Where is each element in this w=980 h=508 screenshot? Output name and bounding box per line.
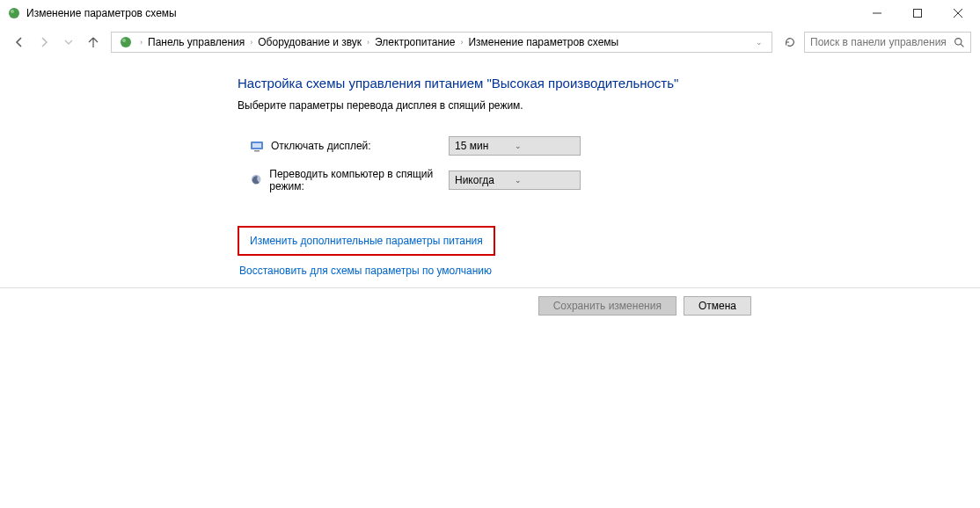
minimize-button[interactable] <box>857 0 897 26</box>
chevron-down-icon: ⌄ <box>515 142 574 150</box>
cancel-button[interactable]: Отмена <box>684 296 751 316</box>
chevron-right-icon: › <box>457 38 466 47</box>
setting-row: Отключать дисплей: 15 мин ⌄ <box>238 136 980 156</box>
display-off-icon <box>250 139 264 153</box>
svg-point-8 <box>955 38 962 44</box>
svg-rect-3 <box>914 10 922 18</box>
breadcrumb-item[interactable]: Электропитание <box>373 36 457 48</box>
save-button: Сохранить изменения <box>538 296 676 316</box>
search-icon[interactable] <box>954 37 965 48</box>
dropdown-value: Никогда <box>455 174 515 186</box>
display-timeout-dropdown[interactable]: 15 мин ⌄ <box>449 136 581 156</box>
back-button[interactable] <box>9 32 30 53</box>
app-icon <box>7 6 21 20</box>
svg-point-6 <box>121 37 131 47</box>
setting-label: Отключать дисплей: <box>271 140 371 152</box>
maximize-button[interactable] <box>897 0 938 26</box>
chevron-right-icon: › <box>363 38 373 47</box>
svg-point-7 <box>122 39 126 42</box>
page-heading: Настройка схемы управления питанием "Выс… <box>238 76 980 91</box>
svg-rect-12 <box>254 150 260 152</box>
window-title: Изменение параметров схемы <box>26 7 857 19</box>
svg-rect-11 <box>252 143 261 148</box>
dropdown-value: 15 мин <box>455 140 515 152</box>
refresh-button[interactable] <box>779 32 801 53</box>
address-bar[interactable]: › Панель управления › Оборудование и зву… <box>111 32 772 53</box>
setting-row: Переводить компьютер в спящий режим: Ник… <box>238 168 980 192</box>
recent-dropdown-icon[interactable] <box>58 32 79 53</box>
breadcrumb-item[interactable]: Оборудование и звук <box>256 36 363 48</box>
search-box[interactable] <box>804 32 971 53</box>
location-icon <box>119 35 133 49</box>
nav-bar: › Панель управления › Оборудование и зву… <box>0 26 980 58</box>
up-button[interactable] <box>83 32 104 53</box>
chevron-down-icon: ⌄ <box>515 176 574 185</box>
page-subheading: Выберите параметры перевода дисплея в сп… <box>238 99 980 112</box>
setting-label: Переводить компьютер в спящий режим: <box>269 168 449 192</box>
chevron-right-icon: › <box>136 38 146 47</box>
footer: Сохранить изменения Отмена <box>0 288 980 323</box>
highlighted-box: Изменить дополнительные параметры питани… <box>238 226 495 256</box>
chevron-right-icon: › <box>246 38 256 47</box>
svg-line-9 <box>961 44 963 47</box>
breadcrumb-item[interactable]: Панель управления <box>146 36 246 48</box>
title-bar: Изменение параметров схемы <box>0 0 980 26</box>
search-input[interactable] <box>810 36 954 48</box>
content-area: Настройка схемы управления питанием "Выс… <box>0 58 980 277</box>
breadcrumb-item[interactable]: Изменение параметров схемы <box>466 36 620 48</box>
sleep-timeout-dropdown[interactable]: Никогда ⌄ <box>449 171 581 190</box>
restore-defaults-link[interactable]: Восстановить для схемы параметры по умол… <box>239 265 492 277</box>
svg-point-1 <box>11 10 14 13</box>
chevron-down-icon[interactable]: ⌄ <box>750 38 768 47</box>
forward-button[interactable] <box>33 32 55 53</box>
close-button[interactable] <box>938 0 978 26</box>
advanced-settings-link[interactable]: Изменить дополнительные параметры питани… <box>250 235 483 247</box>
svg-point-0 <box>9 8 19 18</box>
sleep-icon <box>250 173 262 187</box>
